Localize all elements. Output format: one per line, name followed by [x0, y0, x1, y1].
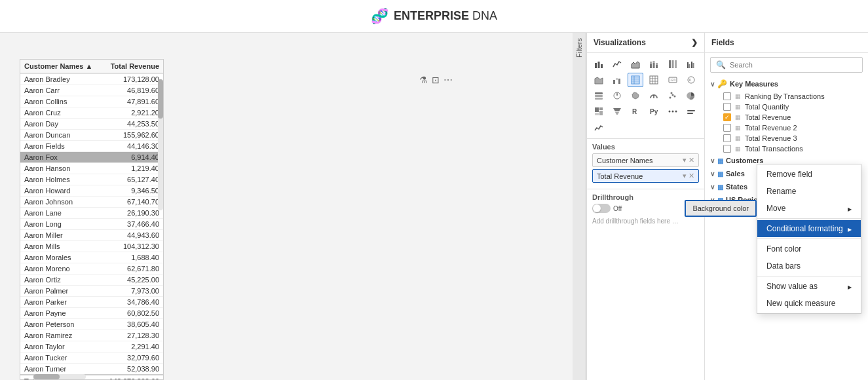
- field-total-revenue-2[interactable]: ▦ Total Revenue 2: [705, 123, 868, 133]
- toggle-knob: [593, 204, 601, 212]
- table-row: Aaron Payne60,802.50: [20, 308, 163, 319]
- chevron-down-icon[interactable]: ▾: [683, 156, 687, 164]
- viz-slicer[interactable]: [591, 88, 607, 103]
- svg-rect-1: [598, 62, 600, 68]
- search-box[interactable]: 🔍: [710, 57, 863, 73]
- filters-tab[interactable]: Filters: [573, 33, 586, 380]
- viz-kpi[interactable]: K: [683, 73, 699, 87]
- table-cell-name: Aaron Parker: [20, 297, 102, 308]
- menu-show-value-label: Show value as: [766, 282, 818, 291]
- right-panel: Visualizations ❯: [586, 33, 868, 380]
- chip-customer-x[interactable]: ✕: [689, 156, 694, 164]
- viz-scatter[interactable]: [665, 88, 681, 103]
- table-cell-name: Aaron Miller: [20, 230, 102, 241]
- table-cell-name: Aaron Tucker: [20, 352, 102, 364]
- menu-font-color[interactable]: Font color: [757, 240, 861, 257]
- key-measures-label: Key Measures: [730, 80, 778, 88]
- svg-marker-48: [615, 112, 619, 115]
- drill-toggle[interactable]: Off: [592, 204, 699, 213]
- svg-rect-6: [653, 63, 655, 68]
- viz-line-chart[interactable]: [609, 57, 625, 71]
- filter-icon[interactable]: ⚗: [419, 75, 428, 85]
- chevron-down-revenue-icon[interactable]: ▾: [683, 172, 687, 180]
- table-row: Aaron Palmer7,973.00: [20, 286, 163, 297]
- viz-treemap[interactable]: [591, 104, 607, 119]
- vertical-scrollbar[interactable]: [158, 79, 163, 210]
- field-ranking-transactions[interactable]: ▦ Ranking By Transactions: [705, 91, 868, 102]
- key-measures-expand-icon: ∨: [710, 81, 715, 88]
- viz-100-stacked[interactable]: [665, 57, 681, 71]
- field-checkbox-rev3[interactable]: [723, 134, 731, 142]
- viz-funnel[interactable]: [609, 104, 625, 119]
- svg-text:R: R: [632, 108, 637, 115]
- viz-stacked-bar[interactable]: [646, 57, 662, 71]
- svg-rect-2: [601, 64, 603, 68]
- values-chip-revenue[interactable]: Total Revenue ▾ ✕: [592, 169, 699, 183]
- viz-filled-map[interactable]: [628, 88, 643, 103]
- table-cell-revenue: 26,190.30: [102, 208, 163, 219]
- viz-pie[interactable]: [683, 88, 699, 103]
- field-checkbox-revenue[interactable]: ✓: [723, 113, 731, 121]
- viz-grouped-bar[interactable]: [683, 57, 699, 71]
- field-total-quantity[interactable]: ▦ Total Quantity: [705, 102, 868, 112]
- field-total-revenue-3[interactable]: ▦ Total Revenue 3: [705, 133, 868, 143]
- svg-point-52: [671, 111, 673, 113]
- field-checkbox-rev2[interactable]: [723, 124, 731, 132]
- toggle-switch[interactable]: [592, 204, 611, 213]
- viz-analytics[interactable]: [591, 120, 607, 134]
- key-measures-header[interactable]: ∨ 🔑 Key Measures: [705, 77, 868, 91]
- horizontal-scrollbar[interactable]: [33, 374, 86, 379]
- values-chip-customer[interactable]: Customer Names ▾ ✕: [592, 153, 699, 167]
- table-cell-revenue: 34,786.40: [102, 297, 163, 308]
- table-cell-name: Aaron Johnson: [20, 197, 102, 208]
- table-cell-revenue: 67,140.70: [102, 197, 163, 208]
- table-cell-name: Aaron Ortiz: [20, 275, 102, 286]
- menu-data-bars[interactable]: Data bars: [757, 257, 861, 275]
- svg-text:123: 123: [670, 78, 676, 82]
- viz-python[interactable]: Py: [646, 104, 662, 119]
- table-cell-name: Aaron Lane: [20, 208, 102, 219]
- bg-color-button[interactable]: Background color: [685, 200, 757, 217]
- top-bar: 🧬 ENTERPRISE DNA: [0, 0, 868, 33]
- add-drillthrough: Add drillthrough fields here …: [592, 216, 699, 227]
- field-total-transactions[interactable]: ▦ Total Transactions: [705, 143, 868, 154]
- viz-r-script[interactable]: R: [628, 104, 643, 119]
- viz-gauge[interactable]: [646, 88, 662, 103]
- col-header-revenue[interactable]: Total Revenue: [102, 60, 163, 73]
- viz-table[interactable]: [628, 73, 643, 87]
- viz-map[interactable]: [609, 88, 625, 103]
- viz-more[interactable]: [665, 104, 681, 119]
- viz-card[interactable]: 123: [665, 73, 681, 87]
- menu-show-value-as[interactable]: Show value as: [757, 278, 861, 295]
- context-menu: Remove field Rename Move Conditional for…: [757, 164, 861, 314]
- table-cell-revenue: 38,605.40: [102, 319, 163, 330]
- menu-conditional-formatting[interactable]: Conditional formatting: [757, 220, 861, 237]
- field-total-revenue[interactable]: ✓ ▦ Total Revenue: [705, 112, 868, 123]
- menu-new-quick-measure[interactable]: New quick measure: [757, 295, 861, 312]
- svg-point-42: [670, 92, 672, 94]
- viz-icons-grid: 123 K: [587, 53, 704, 139]
- col-header-customer[interactable]: Customer Names ▲: [20, 60, 102, 73]
- field-checkbox-ranking[interactable]: [723, 92, 731, 100]
- field-checkbox-trans[interactable]: [723, 145, 731, 153]
- menu-remove-field[interactable]: Remove field: [757, 166, 861, 183]
- canvas-area: ⚗ ⊡ ⋯ Customer Names ▲ Total Revenue Aar…: [0, 33, 573, 380]
- svg-point-51: [668, 111, 670, 113]
- viz-panel-expand[interactable]: ❯: [691, 38, 698, 47]
- chip-revenue-actions: ▾ ✕: [683, 172, 694, 180]
- svg-text:K: K: [689, 78, 692, 82]
- menu-move[interactable]: Move: [757, 200, 861, 217]
- table-cell-name: Aaron Payne: [20, 308, 102, 319]
- viz-waterfall[interactable]: [609, 73, 625, 87]
- field-checkbox-qty[interactable]: [723, 103, 731, 111]
- focus-icon[interactable]: ⊡: [432, 75, 440, 85]
- chip-revenue-x[interactable]: ✕: [689, 172, 694, 180]
- viz-ribbon[interactable]: [591, 73, 607, 87]
- viz-area-chart[interactable]: [628, 57, 643, 71]
- viz-matrix[interactable]: [646, 73, 662, 87]
- search-input[interactable]: [730, 61, 857, 69]
- viz-bar-chart[interactable]: [591, 57, 607, 71]
- viz-format[interactable]: [683, 104, 699, 119]
- menu-rename[interactable]: Rename: [757, 183, 861, 200]
- more-options-icon[interactable]: ⋯: [443, 75, 453, 85]
